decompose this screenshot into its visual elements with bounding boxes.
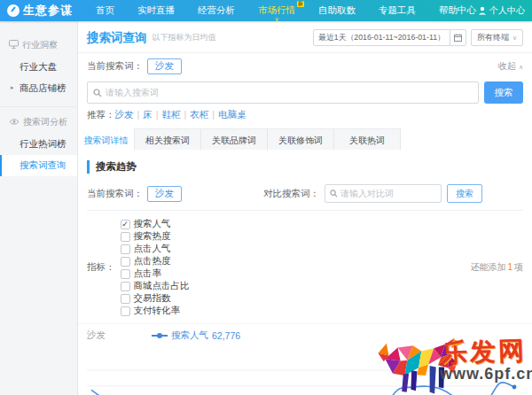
date-range-value: 最近1天（2016-01-11~2016-01-11） bbox=[314, 33, 450, 43]
search-button[interactable]: 搜索 bbox=[484, 81, 523, 104]
chevron-up-icon: ∧ bbox=[519, 64, 523, 70]
metric-checkbox-搜索人气[interactable]: ✓搜索人气 bbox=[121, 218, 190, 230]
expand-arrow-icon: ▸ bbox=[11, 84, 14, 91]
compare-placeholder: 请输入对比词 bbox=[340, 188, 394, 200]
metric-row: 指标： ✓搜索人气搜索热度点击人气点击热度点击率商城点击占比交易指数支付转化率 … bbox=[87, 210, 523, 323]
trend-current-word-label: 当前搜索词： bbox=[87, 188, 143, 200]
checkbox-icon bbox=[121, 269, 130, 279]
checkbox-icon bbox=[121, 294, 130, 304]
checkbox-icon: ✓ bbox=[121, 220, 130, 229]
nav-item-实时直播[interactable]: 实时直播 bbox=[137, 4, 175, 17]
trend-panel: 搜索词详情相关搜索词关联品牌词关联修饰词关联热词 搜索趋势 当前搜索词： 沙发 … bbox=[78, 128, 532, 395]
recommend-links: 沙发|床|鞋柜|衣柜|电脑桌 bbox=[115, 109, 246, 121]
nav-item-首页[interactable]: 首页 bbox=[96, 4, 114, 17]
chevron-down-icon: ∨ bbox=[274, 16, 278, 23]
compare-word-input[interactable]: 请输入对比词 bbox=[325, 184, 442, 203]
tab-关联修饰词[interactable]: 关联修饰词 bbox=[268, 128, 334, 151]
legend-series-name: 搜索人气 bbox=[171, 329, 208, 342]
metric-label: 搜索热度 bbox=[134, 230, 171, 243]
last-point-marker[interactable] bbox=[512, 385, 517, 390]
nav-item-自助取数[interactable]: 自助取数 bbox=[318, 4, 356, 17]
metric-checkbox-点击率[interactable]: 点击率 bbox=[121, 267, 190, 280]
app-window: 生意参谋 首页实时直播经营分析市场行情新∨自助取数专题工具帮助中心 个人中心 行… bbox=[0, 0, 532, 395]
metric-label: 支付转化率 bbox=[134, 305, 181, 317]
nav-item-经营分析[interactable]: 经营分析 bbox=[198, 4, 235, 17]
search-icon bbox=[330, 190, 338, 198]
tab-关联品牌词[interactable]: 关联品牌词 bbox=[201, 128, 268, 151]
checkbox-icon bbox=[121, 244, 130, 254]
tab-相关搜索词[interactable]: 相关搜索词 bbox=[135, 128, 201, 151]
recommend-link-床[interactable]: 床 bbox=[143, 109, 153, 120]
recommend-link-电脑桌[interactable]: 电脑桌 bbox=[218, 109, 246, 120]
recommend-label: 推荐： bbox=[87, 109, 115, 121]
nav-item-帮助中心[interactable]: 帮助中心 bbox=[439, 4, 476, 17]
recommend-link-衣柜[interactable]: 衣柜 bbox=[190, 109, 208, 120]
separator: | bbox=[212, 109, 215, 120]
section-title: 搜索趋势 bbox=[87, 160, 523, 174]
separator: | bbox=[137, 109, 140, 120]
add-more-hint: 还能添加1项 bbox=[470, 261, 523, 274]
main-content: 搜索词查询 以下指标为日均值 最近1天（2016-01-11~2016-01-1… bbox=[78, 21, 532, 395]
sidebar-group-label: 行业洞察 bbox=[22, 39, 58, 51]
trend-line bbox=[91, 383, 514, 395]
user-icon bbox=[478, 6, 487, 15]
metric-checkbox-搜索热度[interactable]: 搜索热度 bbox=[121, 230, 190, 243]
legend-series-item[interactable]: 搜索人气 62,776 bbox=[152, 329, 240, 342]
metric-checkbox-交易指数[interactable]: 交易指数 bbox=[121, 292, 190, 305]
metric-checkbox-点击人气[interactable]: 点击人气 bbox=[121, 243, 190, 255]
separator: | bbox=[156, 109, 159, 120]
recommend-row: 推荐： 沙发|床|鞋柜|衣柜|电脑桌 bbox=[78, 109, 532, 128]
calendar-icon[interactable] bbox=[450, 30, 466, 45]
current-word-chip[interactable]: 沙发 bbox=[147, 58, 182, 74]
checkbox-icon bbox=[121, 257, 130, 267]
recommend-link-鞋柜[interactable]: 鞋柜 bbox=[161, 109, 180, 120]
page-subtitle: 以下指标为日均值 bbox=[153, 32, 216, 43]
eye-icon bbox=[9, 118, 20, 128]
add-more-count: 1 bbox=[507, 262, 512, 272]
trend-current-word-chip[interactable]: 沙发 bbox=[147, 186, 182, 202]
sidebar: 行业洞察行业大盘▸商品店铺榜搜索词分析行业热词榜搜索词查询 bbox=[0, 21, 78, 395]
metric-label: 搜索人气 bbox=[134, 218, 171, 230]
metric-checkbox-点击热度[interactable]: 点击热度 bbox=[121, 255, 190, 267]
metric-checkbox-商城点击占比[interactable]: 商城点击占比 bbox=[121, 280, 190, 292]
recommend-link-沙发[interactable]: 沙发 bbox=[115, 109, 134, 120]
metric-checkboxes: ✓搜索人气搜索热度点击人气点击热度点击率商城点击占比交易指数支付转化率 bbox=[121, 218, 201, 317]
page-title: 搜索词查询 bbox=[87, 30, 147, 46]
top-navbar: 生意参谋 首页实时直播经营分析市场行情新∨自助取数专题工具帮助中心 个人中心 bbox=[0, 0, 532, 21]
tab-搜索词详情[interactable]: 搜索词详情 bbox=[78, 128, 135, 151]
search-input[interactable]: 请输入搜索词 bbox=[87, 81, 479, 104]
metric-label: 点击率 bbox=[134, 267, 162, 280]
terminal-value: 所有终端 bbox=[477, 32, 509, 43]
metric-checkbox-支付转化率[interactable]: 支付转化率 bbox=[121, 305, 190, 317]
sidebar-item-行业热词榜[interactable]: 行业热词榜 bbox=[0, 134, 77, 155]
compare-search-button[interactable]: 搜索 bbox=[447, 184, 482, 203]
query-panel: 搜索词查询 以下指标为日均值 最近1天（2016-01-11~2016-01-1… bbox=[78, 21, 532, 128]
collapse-link[interactable]: 收起 ∧ bbox=[498, 60, 523, 73]
separator: | bbox=[184, 109, 186, 120]
sidebar-item-行业大盘[interactable]: 行业大盘 bbox=[0, 57, 77, 78]
nav-item-专题工具[interactable]: 专题工具 bbox=[379, 4, 416, 17]
compass-logo-icon bbox=[7, 4, 20, 17]
sidebar-group-title: 搜索词分析 bbox=[0, 111, 77, 134]
nav-item-市场行情[interactable]: 市场行情新∨ bbox=[258, 4, 295, 17]
search-icon bbox=[93, 89, 102, 97]
tab-bar-filler bbox=[401, 128, 532, 151]
tab-关联热词[interactable]: 关联热词 bbox=[334, 128, 401, 151]
user-menu[interactable]: 个人中心 bbox=[478, 4, 525, 17]
terminal-dropdown[interactable]: 所有终端 ∨ bbox=[471, 29, 523, 46]
metric-label: 商城点击占比 bbox=[134, 280, 190, 292]
legend-keyword: 沙发 bbox=[87, 329, 106, 342]
sidebar-item-商品店铺榜[interactable]: ▸商品店铺榜 bbox=[0, 78, 77, 99]
monitor-icon bbox=[9, 40, 19, 50]
metric-label: 交易指数 bbox=[134, 292, 171, 305]
metric-label: 点击热度 bbox=[134, 255, 171, 267]
line-legend-icon bbox=[152, 332, 168, 339]
checkbox-icon bbox=[121, 282, 130, 291]
tab-bar: 搜索词详情相关搜索词关联品牌词关联修饰词关联热词 bbox=[78, 128, 532, 151]
app-title: 生意参谋 bbox=[23, 3, 73, 19]
trend-chart[interactable]: 2015-12-132015-12-152015-12-172015-12-19… bbox=[78, 344, 532, 395]
app-logo[interactable]: 生意参谋 bbox=[7, 3, 73, 19]
checkbox-icon bbox=[121, 306, 130, 316]
sidebar-item-搜索词查询[interactable]: 搜索词查询 bbox=[0, 155, 77, 176]
date-range-picker[interactable]: 最近1天（2016-01-11~2016-01-11） bbox=[313, 29, 466, 46]
